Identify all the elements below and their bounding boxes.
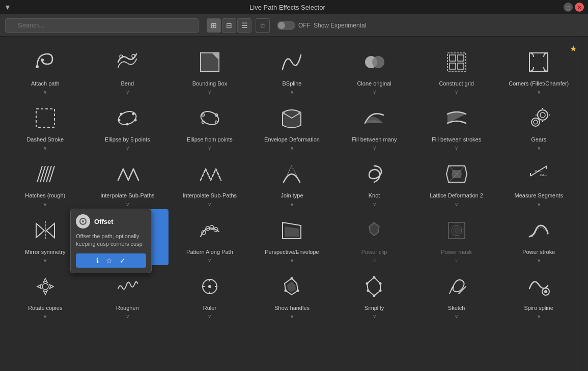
- minimize-button[interactable]: ◻: [564, 3, 573, 12]
- tooltip-offset-icon: [76, 214, 90, 229]
- power-stroke-icon: [522, 214, 555, 247]
- effect-interpolate-hidden[interactable]: Interpolate Sub-Paths ∨: [87, 153, 169, 209]
- svg-marker-46: [46, 223, 54, 238]
- tooltip-header: Offset: [76, 214, 146, 229]
- offset-tooltip: Offset Offset the path, optionally keepi…: [70, 209, 152, 273]
- svg-point-30: [534, 120, 538, 124]
- window-title: Live Path Effects Selector: [249, 4, 325, 11]
- svg-marker-66: [49, 284, 53, 289]
- attach-path-chevron: ∨: [43, 89, 47, 95]
- favorites-button[interactable]: ☆: [256, 18, 270, 33]
- effect-simplify[interactable]: Simplify ∨: [333, 265, 415, 321]
- power-clip-icon: [358, 214, 390, 247]
- envelope-chevron: ∨: [290, 145, 294, 151]
- dashed-stroke-label: Dashed Stroke: [26, 136, 64, 143]
- svg-rect-12: [458, 63, 464, 69]
- title-bar-left: ▼: [4, 3, 11, 11]
- fill-between-many-chevron: ∨: [373, 145, 376, 151]
- effect-envelope[interactable]: Envelope Deformation ∨: [251, 97, 333, 153]
- lattice2-icon: [440, 158, 473, 190]
- effect-show-handles[interactable]: Show handles ∨: [251, 265, 333, 321]
- search-input[interactable]: [5, 18, 199, 33]
- effect-bspline[interactable]: BSpline ∨: [251, 41, 333, 97]
- bend-icon: [111, 46, 144, 78]
- power-mask-label: Power mask: [441, 249, 472, 255]
- fill-between-strokes-icon: [440, 102, 473, 134]
- effect-attach-path[interactable]: Attach path ∨: [4, 41, 87, 97]
- view-buttons: ⊞ ⊟ ☰: [207, 18, 251, 33]
- effect-rotate-copies[interactable]: Rotate copies ∨: [4, 265, 87, 321]
- effect-clone-original[interactable]: Clone original ∨: [333, 41, 415, 97]
- svg-point-1: [41, 59, 44, 62]
- svg-point-0: [36, 65, 39, 68]
- svg-point-86: [367, 289, 370, 292]
- effect-power-clip[interactable]: Power clip ∨: [333, 209, 415, 265]
- effect-lattice2[interactable]: Lattice Deformation 2 ∨: [415, 153, 498, 209]
- corners-star: ★: [570, 44, 577, 53]
- power-mask-chevron: ∨: [455, 258, 458, 263]
- tooltip-star-button[interactable]: ☆: [104, 255, 115, 266]
- lattice2-label: Lattice Deformation 2: [430, 192, 483, 199]
- svg-point-91: [82, 220, 84, 222]
- effect-measure[interactable]: 3M— 3M— Measure Segments ∨: [497, 153, 580, 209]
- interpolate-sub-label: Interpolate Sub-Paths: [183, 192, 237, 199]
- effect-power-stroke[interactable]: Power stroke ∨: [497, 209, 580, 265]
- effect-join-type[interactable]: Join type ∨: [251, 153, 333, 209]
- menu-icon[interactable]: ▼: [4, 3, 11, 11]
- close-button[interactable]: ✕: [575, 3, 584, 12]
- svg-point-23: [202, 121, 204, 124]
- experimental-toggle[interactable]: [277, 21, 295, 30]
- effect-interpolate-sub[interactable]: Interpolate Sub-Paths ∨: [169, 153, 251, 209]
- effect-sketch[interactable]: Sketch ∨: [415, 265, 498, 321]
- tooltip-desc: Offset the path, optionally keeping cusp…: [76, 233, 146, 248]
- measure-icon: 3M— 3M—: [522, 158, 555, 190]
- svg-point-78: [291, 277, 293, 279]
- spiro-label: Spiro spline: [524, 305, 553, 311]
- toggle-label: OFF: [298, 22, 311, 29]
- view-list-button[interactable]: ☰: [237, 18, 251, 33]
- effect-knot[interactable]: Knot ∨: [333, 153, 415, 209]
- interpolate-hidden-label: Interpolate Sub-Paths: [100, 192, 154, 199]
- view-grid-small-button[interactable]: ⊟: [222, 18, 236, 33]
- svg-text:3M—: 3M—: [535, 169, 542, 173]
- effect-gears[interactable]: Gears ∨: [497, 97, 580, 153]
- effect-hatches[interactable]: Hatches (rough) ∨: [4, 153, 87, 209]
- knot-chevron: ∨: [373, 202, 376, 207]
- show-handles-label: Show handles: [274, 305, 310, 311]
- scrollbar[interactable]: [582, 37, 588, 371]
- tooltip-info-button[interactable]: ℹ: [94, 255, 101, 266]
- view-grid-large-button[interactable]: ⊞: [207, 18, 221, 33]
- roughen-icon: [111, 270, 144, 303]
- svg-point-21: [202, 114, 204, 117]
- tooltip-apply-button[interactable]: ✓: [118, 255, 128, 266]
- attach-path-icon: [29, 46, 62, 78]
- svg-text:3M—: 3M—: [540, 174, 547, 177]
- bend-label: Bend: [121, 80, 134, 87]
- attach-path-label: Attach path: [31, 80, 60, 87]
- effect-fill-between-many[interactable]: Fill between many ∨: [333, 97, 415, 153]
- svg-point-27: [538, 110, 548, 120]
- corners-icon: [522, 46, 555, 78]
- effect-perspective[interactable]: Perspective/Envelope ∨: [251, 209, 333, 265]
- effect-ellipse-from[interactable]: Ellipse from points ∨: [169, 97, 251, 153]
- effect-fill-between-strokes[interactable]: Fill between strokes ∨: [415, 97, 498, 153]
- effect-roughen[interactable]: Roughen ∨: [87, 265, 169, 321]
- tooltip-title: Offset: [94, 218, 114, 225]
- effect-bend[interactable]: Bend ∨: [87, 41, 169, 97]
- effect-spiro[interactable]: Spiro spline ∨: [497, 265, 580, 321]
- effect-pattern-path[interactable]: Pattern Along Path ∨: [169, 209, 251, 265]
- svg-point-16: [132, 113, 135, 116]
- svg-point-28: [540, 112, 545, 118]
- interpolate-sub-chevron: ∨: [208, 202, 211, 207]
- effect-corners[interactable]: ★ Corners (Fillet/Chamfer) ∨: [497, 41, 580, 97]
- effect-ellipse5[interactable]: Ellipse by 5 points ∨: [87, 97, 169, 153]
- effect-dashed-stroke[interactable]: Dashed Stroke ∨: [4, 97, 87, 153]
- effect-bounding-box[interactable]: Bounding Box ∨: [169, 41, 251, 97]
- measure-label: Measure Segments: [515, 192, 563, 199]
- effect-power-mask[interactable]: Power mask ∨: [415, 209, 498, 265]
- svg-rect-13: [36, 109, 54, 127]
- corners-chevron: ∨: [537, 89, 541, 95]
- effect-ruler[interactable]: Ruler ∨: [169, 265, 251, 321]
- fill-between-many-icon: [358, 102, 390, 134]
- effect-construct-grid[interactable]: Construct grid ∨: [415, 41, 498, 97]
